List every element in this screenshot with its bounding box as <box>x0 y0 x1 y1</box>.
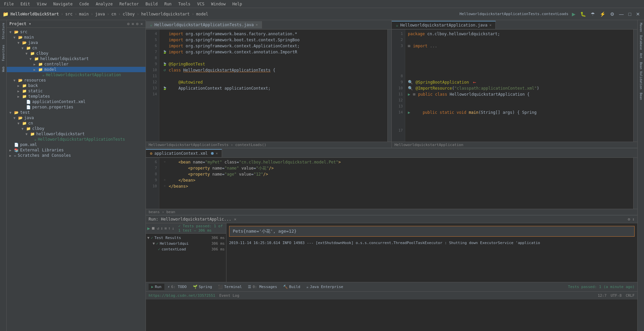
menu-analyze[interactable]: Analyze <box>94 1 114 7</box>
right-scroll[interactable] <box>633 30 637 142</box>
run-config-label[interactable]: HelloworldquickstartApplicationTests.con… <box>460 12 569 16</box>
tab-app-java[interactable]: ☕ HelloworldquickstartApplication.java ✕ <box>392 21 496 29</box>
tree-item-src[interactable]: ▼ 📂 src <box>7 29 146 35</box>
menu-edit[interactable]: Edit <box>19 1 32 7</box>
git-url[interactable]: https://blog.csdn.net/33572551 <box>149 293 215 298</box>
project-name[interactable]: HelloWorldQuickStart <box>10 12 59 16</box>
run-button[interactable]: ▶ <box>571 11 577 17</box>
menu-help[interactable]: Help <box>231 1 244 7</box>
web-icon[interactable]: Web <box>2 66 5 72</box>
menu-window[interactable]: Window <box>210 1 227 7</box>
menu-run[interactable]: Run <box>163 1 173 7</box>
tab-build[interactable]: 🔨 Build <box>280 284 303 290</box>
bean-icon[interactable]: Bean <box>639 93 643 100</box>
run-stop-btn[interactable]: ⏹ <box>151 226 155 231</box>
breadcrumb-src[interactable]: src <box>65 12 73 16</box>
tree-item-test-helloworld[interactable]: ▼ 📁 helloworldquickstart <box>7 131 146 137</box>
structure-icon[interactable]: Structure <box>2 23 5 39</box>
menu-file[interactable]: File <box>3 1 15 7</box>
tree-item-static[interactable]: ▶ 📁 static <box>7 88 146 94</box>
event-log[interactable]: Event Log <box>219 293 239 298</box>
maximize-button[interactable]: □ <box>627 11 633 17</box>
tree-item-templates[interactable]: ▶ 📁 templates <box>7 94 146 99</box>
left-scroll[interactable] <box>387 30 391 142</box>
run-filter-btn[interactable]: ≡ <box>164 226 167 231</box>
tab-java-enterprise[interactable]: ☕ Java Enterprise <box>304 284 346 290</box>
tree-item-test-clboy[interactable]: ▼ 📁 clboy <box>7 126 146 131</box>
breadcrumb-cn[interactable]: cn <box>111 12 116 16</box>
breadcrumb-main[interactable]: main <box>79 12 89 16</box>
ant-icon[interactable]: Ant <box>639 53 643 58</box>
tree-item-resources[interactable]: ▼ 📂 resources <box>7 78 146 83</box>
tree-item-model[interactable]: ▶ 📁 model <box>7 67 146 72</box>
run-play-btn[interactable]: ▶ <box>147 226 150 231</box>
tab-messages[interactable]: ☰ 0: Messages <box>245 284 280 290</box>
menu-refactor[interactable]: Refactor <box>118 1 140 7</box>
xml-code-editor: 6 7 8 9 10 ◦ <bean name="myPet" class="c… <box>146 158 637 215</box>
tree-item-tests-class[interactable]: ▶ ☕ HelloworldquickstartApplicationTests <box>7 137 146 142</box>
minimize-button[interactable]: — <box>618 11 625 17</box>
tree-item-external-libs[interactable]: ▶ 📚 External Libraries <box>7 147 146 153</box>
tree-item-pom[interactable]: ▶ 📄 pom.xml <box>7 142 146 147</box>
tab-terminal[interactable]: ⬛ Terminal <box>215 284 245 290</box>
tab-spring[interactable]: 🌱 Spring <box>190 284 215 290</box>
menu-tools[interactable]: Tools <box>177 1 192 7</box>
run-up-btn[interactable]: ↑ <box>168 226 170 231</box>
xml-scroll[interactable] <box>633 158 637 209</box>
tree-item-helloworldquickstart[interactable]: ▼ 📁 helloworldquickstart <box>7 56 146 61</box>
run-header-close[interactable]: ✕ <box>234 217 236 222</box>
xml-tab-close[interactable]: ✕ <box>216 151 218 155</box>
project-settings-icon[interactable]: ⚙ <box>136 21 139 26</box>
run-gear-icon[interactable]: ⚙ <box>628 217 630 222</box>
menu-code[interactable]: Code <box>78 1 91 7</box>
menu-navigate[interactable]: Navigate <box>52 1 74 7</box>
tree-item-test-java[interactable]: ▼ 📂 java <box>7 115 146 121</box>
tree-item-person-properties[interactable]: ▶ 📄 person.properties <box>7 104 146 110</box>
tree-item-test[interactable]: ▼ 📂 test <box>7 110 146 115</box>
menu-view[interactable]: View <box>36 1 48 7</box>
tree-item-scratches[interactable]: ▶ ✏ Scratches and Consoles <box>7 153 146 158</box>
tab-run[interactable]: ▶ Run <box>149 284 164 290</box>
tests-java-close[interactable]: ✕ <box>256 23 258 27</box>
run-expand-icon[interactable]: ↕ <box>632 217 635 222</box>
breadcrumb-clboy[interactable]: clboy <box>123 12 135 16</box>
tree-item-test-cn[interactable]: ▼ 📁 cn <box>7 121 146 126</box>
settings-button[interactable]: ⚙ <box>609 11 616 17</box>
coverage-button[interactable]: ☂ <box>589 11 596 17</box>
tree-item-applicationcontext-xml[interactable]: ▶ 📄 applicationContext.xml <box>7 99 146 104</box>
breadcrumb-helloworld[interactable]: helloworldquickstart <box>141 12 190 16</box>
favorites-icon[interactable]: Favorites <box>2 45 5 61</box>
app-java-close[interactable]: ✕ <box>489 23 491 27</box>
right-code-lines: package cn.clboy.helloworldquickstart; ⊞… <box>405 30 633 142</box>
breadcrumb-model[interactable]: model <box>196 12 208 16</box>
menu-build[interactable]: Build <box>144 1 159 7</box>
debug-button[interactable]: 🐛 <box>579 11 587 17</box>
project-layout-icon[interactable]: ≡ <box>131 21 134 26</box>
close-button[interactable]: ✕ <box>635 11 641 17</box>
run-sort-btn[interactable]: ↕ <box>161 226 163 231</box>
run-rerun-btn[interactable]: ↺ <box>157 226 159 231</box>
test-helloworld-check: ✓ <box>156 241 159 246</box>
tree-item-main-app[interactable]: ▶ ☕ HelloworldquickstartApplication <box>7 72 146 78</box>
project-gear-icon[interactable]: ⚙ <box>127 21 129 26</box>
test-contextload[interactable]: ✓ contextLoad 306 ms <box>147 246 225 252</box>
tree-item-clboy[interactable]: ▼ 📁 clboy <box>7 51 146 56</box>
tab-todo[interactable]: ⚡ 6: TODO <box>165 284 190 290</box>
tree-item-java[interactable]: ▼ 📂 java <box>7 40 146 45</box>
project-close-icon[interactable]: ✕ <box>141 21 143 26</box>
breadcrumb-java[interactable]: java <box>95 12 105 16</box>
tree-item-back[interactable]: ▶ 📁 back <box>7 83 146 88</box>
tree-item-cn[interactable]: ▼ 📁 cn <box>7 45 146 51</box>
tab-xml[interactable]: ⚙ applicationContext.xml ✕ <box>146 149 222 157</box>
profile-button[interactable]: ⚡ <box>598 11 607 17</box>
test-results-root[interactable]: ▼ ✓ Test Results 306 ms <box>147 235 225 241</box>
database-icon[interactable]: Database <box>639 35 643 50</box>
tree-item-main[interactable]: ▼ 📂 main <box>7 35 146 40</box>
run-down-btn[interactable]: ↓ <box>172 226 174 231</box>
tree-item-controller[interactable]: ▶ 📁 controller <box>7 61 146 67</box>
tab-tests-java[interactable]: ☕ HelloworldquickstartApplicationTests.j… <box>146 21 262 29</box>
menu-vcs[interactable]: VCS <box>196 1 206 7</box>
test-helloworldqui[interactable]: ▼ ✓ Helloworldqui 306 ms <box>147 241 225 246</box>
maven-icon[interactable]: Maven <box>639 23 643 32</box>
bean-validation-icon[interactable]: Bean Validation <box>639 62 643 89</box>
